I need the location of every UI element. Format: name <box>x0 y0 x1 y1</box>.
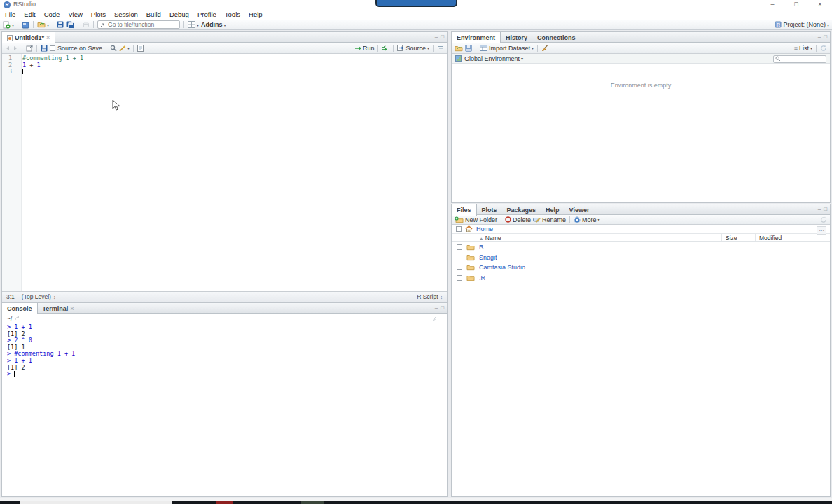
environment-search-input[interactable] <box>782 56 824 62</box>
menu-code[interactable]: Code <box>40 10 64 20</box>
source-on-save-checkbox[interactable] <box>50 46 55 51</box>
minimize-window-button[interactable]: – <box>761 0 784 10</box>
document-outline-icon[interactable] <box>437 46 444 51</box>
maximize-pane-icon[interactable]: □ <box>824 34 827 41</box>
scope-selector[interactable]: (Top Level)↕ <box>22 293 56 300</box>
minimize-pane-icon[interactable]: – <box>818 206 821 213</box>
file-checkbox[interactable] <box>457 275 462 281</box>
menu-build[interactable]: Build <box>142 10 165 20</box>
maximize-pane-icon[interactable]: □ <box>441 34 444 41</box>
file-row[interactable]: Camtasia Studio <box>452 262 830 273</box>
project-menu-button[interactable]: R Project: (None) ▾ <box>775 21 829 28</box>
load-workspace-icon[interactable] <box>455 45 463 52</box>
column-size[interactable]: Size <box>726 234 737 241</box>
filetype-selector[interactable]: R Script↕ <box>417 293 443 300</box>
compile-report-icon[interactable] <box>137 45 144 52</box>
menu-view[interactable]: View <box>64 10 86 20</box>
tab-help[interactable]: Help <box>541 204 564 215</box>
tab-console[interactable]: Console <box>2 303 38 314</box>
console-output[interactable]: > 1 + 1[1] 2> 2 ^ 0[1] 1> #commenting 1 … <box>2 323 447 496</box>
column-modified[interactable]: Modified <box>759 234 782 241</box>
import-dataset-button[interactable]: Import Dataset ▾ <box>480 45 534 52</box>
popout-window-icon[interactable] <box>26 45 33 52</box>
menu-session[interactable]: Session <box>110 10 142 20</box>
refresh-icon[interactable] <box>820 216 827 223</box>
goto-directory-icon[interactable] <box>15 316 21 321</box>
delete-button[interactable]: Delete <box>505 216 531 223</box>
tab-files[interactable]: Files <box>452 204 477 216</box>
clear-environment-broom-icon[interactable] <box>541 45 548 52</box>
close-icon[interactable]: × <box>70 305 74 312</box>
tab-connections[interactable]: Connections <box>532 32 581 43</box>
breadcrumb-home-link[interactable]: Home <box>476 225 493 232</box>
pane-layout-button[interactable]: ▾ <box>188 21 199 28</box>
view-mode-button[interactable]: ≡ List ▾ <box>794 45 812 52</box>
save-icon[interactable] <box>41 45 48 52</box>
file-link[interactable]: .R <box>479 274 485 281</box>
file-link[interactable]: R <box>479 244 484 251</box>
tab-plots[interactable]: Plots <box>477 204 502 215</box>
file-link[interactable]: Snagit <box>479 254 497 261</box>
rename-button[interactable]: Rename <box>533 216 566 223</box>
open-file-button[interactable]: ▾ <box>37 21 49 28</box>
minimize-pane-icon[interactable]: – <box>435 34 438 41</box>
file-checkbox[interactable] <box>457 244 462 250</box>
file-row[interactable]: Snagit <box>452 253 830 263</box>
rerun-icon[interactable] <box>382 46 389 51</box>
goto-file-function-box[interactable] <box>97 20 180 29</box>
maximize-pane-icon[interactable]: □ <box>441 304 444 312</box>
save-workspace-icon[interactable] <box>465 45 472 52</box>
code-line[interactable]: 1#commenting 1 + 1 <box>2 55 447 62</box>
back-icon[interactable] <box>5 46 11 51</box>
code-line[interactable]: 21 + 1 <box>2 62 447 69</box>
run-button[interactable]: Run <box>354 45 375 52</box>
chevron-down-icon: ▾ <box>127 46 130 50</box>
menu-tools[interactable]: Tools <box>221 10 244 20</box>
source-toolbar: Source on Save ▾ Run <box>2 43 447 54</box>
minimize-pane-icon[interactable]: – <box>818 34 821 41</box>
new-folder-button[interactable]: New Folder <box>455 216 497 223</box>
goto-file-function-input[interactable] <box>108 21 177 28</box>
find-icon[interactable] <box>110 45 117 52</box>
forward-icon[interactable] <box>13 46 18 51</box>
code-editor[interactable]: 1#commenting 1 + 121 + 13 <box>2 54 447 291</box>
close-window-button[interactable]: × <box>808 0 832 10</box>
close-icon[interactable]: × <box>46 34 50 41</box>
select-all-checkbox[interactable] <box>456 226 462 232</box>
refresh-icon[interactable] <box>820 45 827 52</box>
minimize-pane-icon[interactable]: – <box>435 304 438 312</box>
addins-button[interactable]: Addins ▾ <box>201 21 226 28</box>
menu-debug[interactable]: Debug <box>165 10 193 20</box>
tab-environment[interactable]: Environment <box>452 32 501 43</box>
code-line[interactable]: 3 <box>2 69 447 76</box>
print-button[interactable] <box>82 21 90 28</box>
clear-console-icon[interactable] <box>432 315 438 321</box>
tab-packages[interactable]: Packages <box>502 204 541 215</box>
file-checkbox[interactable] <box>457 265 462 270</box>
menu-edit[interactable]: Edit <box>20 10 39 20</box>
file-row[interactable]: .R <box>452 273 830 284</box>
file-checkbox[interactable] <box>457 255 462 260</box>
file-link[interactable]: Camtasia Studio <box>479 264 525 271</box>
menu-file[interactable]: File <box>1 10 20 20</box>
new-file-button[interactable]: ▾ <box>3 21 14 29</box>
file-row[interactable]: R <box>452 242 830 253</box>
restore-window-button[interactable]: □ <box>784 0 808 10</box>
save-all-button[interactable] <box>66 21 74 29</box>
more-button[interactable]: More ▾ <box>574 216 600 223</box>
environment-search-box[interactable] <box>773 55 826 63</box>
code-tools-button[interactable]: ▾ <box>119 45 130 52</box>
column-name[interactable]: ▲ Name <box>479 234 501 241</box>
environment-scope-button[interactable]: Global Environment ▾ <box>464 55 523 62</box>
menu-plots[interactable]: Plots <box>87 10 110 20</box>
source-button[interactable]: Source ▾ <box>397 45 429 52</box>
menu-profile[interactable]: Profile <box>193 10 221 20</box>
save-button[interactable] <box>57 21 64 28</box>
tab-terminal[interactable]: Terminal× <box>38 303 79 314</box>
tab-history[interactable]: History <box>501 32 532 43</box>
tab-untitled1-[interactable]: Untitled1*× <box>2 32 55 43</box>
menu-help[interactable]: Help <box>244 10 267 20</box>
new-project-button[interactable] <box>22 21 29 29</box>
maximize-pane-icon[interactable]: □ <box>824 206 827 213</box>
tab-viewer[interactable]: Viewer <box>564 204 595 215</box>
